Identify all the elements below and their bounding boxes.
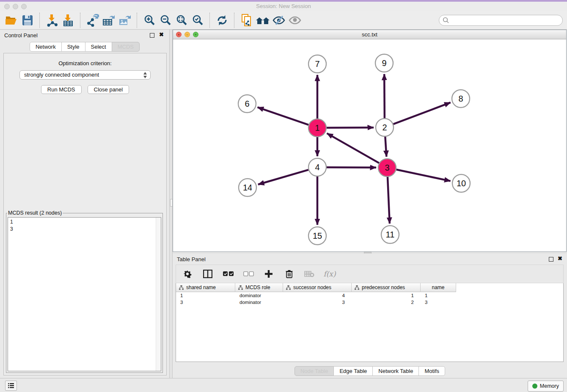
- table-row[interactable]: 3dominator323: [176, 299, 563, 306]
- delete-column-button[interactable]: [284, 268, 295, 279]
- network-window-title: scc.txt: [173, 31, 566, 38]
- zoom-fit-icon: [176, 14, 187, 26]
- export-network-button[interactable]: [85, 13, 101, 28]
- table-options-button[interactable]: [182, 268, 193, 279]
- cell-shared-name[interactable]: 1: [176, 292, 235, 299]
- optimization-criterion-label: Optimization criterion:: [4, 60, 166, 66]
- select-all-rows-button[interactable]: [223, 268, 234, 279]
- column-header-successor-nodes[interactable]: successor nodes: [283, 283, 352, 292]
- toolbar-separator: [234, 13, 235, 28]
- cell-MCDS-role[interactable]: dominator: [235, 292, 283, 299]
- edge-2-8[interactable]: [394, 102, 451, 124]
- toolbar-separator: [137, 13, 138, 28]
- create-column-button[interactable]: [263, 268, 274, 279]
- import-table-button[interactable]: [60, 13, 76, 28]
- tab-node-table[interactable]: Node Table: [295, 366, 334, 376]
- table-panel-tabs: Node TableEdge TableNetwork TableMotifs: [173, 366, 567, 376]
- open-session-button[interactable]: [3, 13, 19, 28]
- column-header-shared-name[interactable]: shared name: [176, 283, 235, 292]
- network-canvas[interactable]: 7968124314101511: [173, 39, 566, 252]
- tab-mcds[interactable]: MCDS: [112, 42, 140, 52]
- run-mcds-button[interactable]: Run MCDS: [41, 85, 82, 94]
- application-window: Session: New Session: [0, 0, 567, 392]
- mcds-result-legend: MCDS result (2 nodes): [7, 210, 63, 216]
- tab-style[interactable]: Style: [61, 42, 85, 52]
- edge-1-2[interactable]: [327, 127, 374, 128]
- cell-successor-nodes[interactable]: 3: [283, 299, 352, 306]
- open-folder-icon: [5, 15, 18, 26]
- optimization-criterion-select[interactable]: strongly connected component: [19, 70, 151, 80]
- node-label-14: 14: [243, 183, 252, 192]
- close-panel-icon[interactable]: ✖: [159, 31, 164, 38]
- column-header-predecessor-nodes[interactable]: predecessor nodes: [352, 283, 421, 292]
- cell-successor-nodes[interactable]: 4: [283, 292, 352, 299]
- task-history-button[interactable]: [5, 381, 17, 391]
- cell-name[interactable]: 3: [421, 299, 456, 306]
- close-panel-button[interactable]: Close panel: [88, 85, 129, 94]
- edge-3-10[interactable]: [396, 170, 451, 181]
- close-panel-icon[interactable]: ✖: [558, 255, 562, 262]
- zoom-selected-icon: [192, 14, 204, 26]
- save-session-button[interactable]: [19, 13, 36, 28]
- column-header-MCDS-role[interactable]: MCDS role: [235, 283, 283, 292]
- tab-motifs[interactable]: Motifs: [418, 366, 445, 376]
- vertical-splitter[interactable]: [169, 30, 173, 380]
- tab-network[interactable]: Network: [30, 42, 62, 52]
- node-label-2: 2: [382, 123, 387, 132]
- cell-shared-name[interactable]: 3: [176, 299, 235, 306]
- show-column-panel-button[interactable]: [202, 268, 213, 279]
- edge-1-6[interactable]: [258, 107, 309, 124]
- tab-select[interactable]: Select: [85, 42, 112, 52]
- refresh-view-button[interactable]: [214, 13, 230, 28]
- edge-4-3[interactable]: [327, 167, 376, 168]
- zoom-selected-button[interactable]: [190, 13, 206, 28]
- hide-view-button[interactable]: [271, 13, 287, 28]
- cell-predecessor-nodes[interactable]: 1: [352, 292, 421, 299]
- cell-predecessor-nodes[interactable]: 2: [352, 299, 421, 306]
- export-image-button[interactable]: [117, 13, 133, 28]
- table-toolbar: f(x): [176, 265, 564, 283]
- tab-network-table[interactable]: Network Table: [372, 366, 419, 376]
- result-scrollbar[interactable]: [156, 218, 161, 371]
- zoom-fit-button[interactable]: [173, 13, 190, 28]
- import-network-button[interactable]: [44, 13, 60, 28]
- zoom-in-button[interactable]: [141, 13, 157, 28]
- search-input[interactable]: [439, 15, 563, 26]
- zoom-out-icon: [160, 14, 171, 26]
- export-table-icon: [102, 14, 115, 27]
- float-panel-icon[interactable]: [549, 257, 553, 262]
- delete-table-button-disabled: [304, 268, 315, 279]
- eye-slash-icon: [272, 15, 285, 25]
- edge-2-3[interactable]: [385, 137, 386, 157]
- deselect-all-rows-button[interactable]: [243, 268, 254, 279]
- copy-network-view-button[interactable]: [239, 13, 255, 28]
- cell-MCDS-role[interactable]: dominator: [235, 299, 283, 306]
- memory-button[interactable]: Memory: [528, 381, 564, 392]
- tab-edge-table[interactable]: Edge Table: [333, 366, 373, 376]
- show-view-button[interactable]: [287, 13, 303, 28]
- import-network-icon: [46, 14, 58, 27]
- plus-icon: [265, 270, 272, 278]
- float-panel-icon[interactable]: [150, 33, 154, 38]
- main-toolbar: [0, 11, 567, 30]
- control-panel-header: Control Panel ✖: [0, 30, 169, 41]
- zoom-out-button[interactable]: [157, 13, 173, 28]
- column-header-name[interactable]: name: [421, 283, 456, 292]
- edge-3-1[interactable]: [327, 133, 379, 163]
- node-label-9: 9: [382, 58, 386, 68]
- select-stepper-icon: [143, 72, 147, 78]
- edge-4-14[interactable]: [258, 170, 308, 185]
- memory-status-icon: [532, 384, 537, 389]
- table-row[interactable]: 1dominator411: [176, 292, 563, 299]
- home-icon: [256, 15, 270, 25]
- export-table-button[interactable]: [101, 13, 117, 28]
- cell-name[interactable]: 1: [421, 292, 456, 299]
- mcds-result-groupbox: MCDS result (2 nodes) 1 3: [6, 210, 163, 373]
- edge-3-11[interactable]: [388, 177, 390, 224]
- home-view-button[interactable]: [255, 13, 271, 28]
- node-label-4: 4: [315, 163, 319, 172]
- hierarchy-icon: [179, 285, 184, 290]
- edge-2-9[interactable]: [384, 74, 385, 118]
- refresh-icon: [216, 15, 228, 26]
- mcds-result-textarea[interactable]: 1 3: [8, 217, 161, 371]
